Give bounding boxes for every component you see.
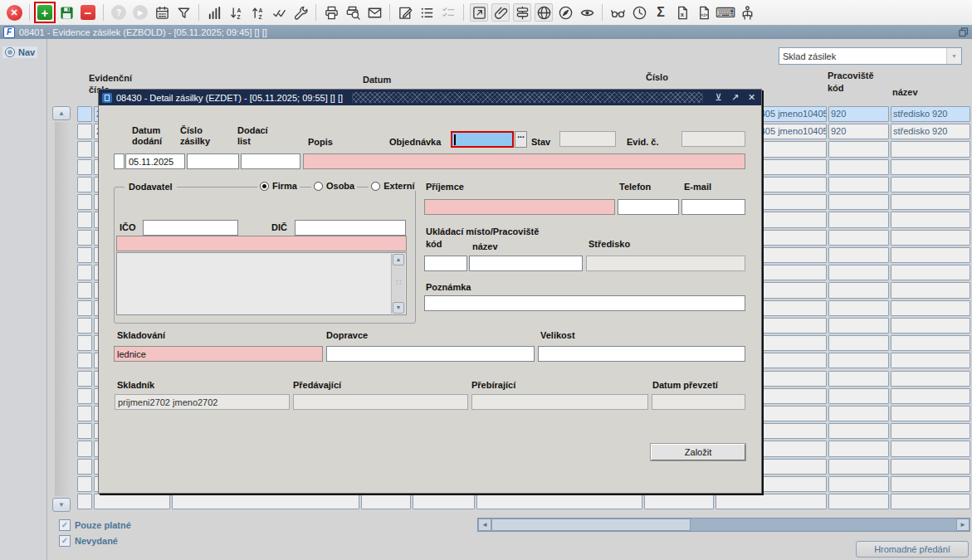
table-cell[interactable] [828,388,889,404]
velikost-input[interactable] [538,346,745,362]
table-cell[interactable] [891,406,970,421]
table-cell[interactable] [828,265,889,280]
row-select-cell[interactable] [77,494,92,509]
table-cell[interactable] [891,159,970,175]
stav-input[interactable] [559,131,616,147]
table-cell[interactable] [828,159,889,175]
table-cell[interactable] [891,194,970,210]
clock-icon[interactable] [630,3,648,22]
table-cell[interactable]: 920 [828,106,889,122]
datum-prevzeti-input[interactable] [652,394,745,410]
prebirajici-input[interactable] [471,394,648,410]
row-select-cell[interactable] [77,247,92,263]
submit-button[interactable]: Založit [651,444,745,460]
table-cell[interactable] [828,423,889,439]
row-select-cell[interactable] [77,124,92,139]
table-cell[interactable] [891,353,970,368]
table-cell[interactable] [828,406,889,421]
table-cell[interactable] [828,177,889,192]
table-cell[interactable] [891,247,970,263]
combo-dropdown-icon[interactable]: ▼ [946,48,961,64]
table-cell[interactable] [891,212,970,227]
attachment-icon[interactable] [491,3,510,22]
compass-icon[interactable] [556,3,574,22]
signpost-icon[interactable] [513,3,531,22]
table-cell[interactable] [891,423,970,439]
restore-window-icon[interactable] [959,27,969,37]
row-select-cell[interactable] [77,282,92,298]
row-select-cell[interactable] [77,194,92,210]
row-select-cell[interactable] [77,476,92,492]
skladovani-input[interactable] [114,346,323,362]
poznamka-input[interactable] [424,295,745,311]
textarea-scroll-up-icon[interactable]: ▲ [393,254,404,265]
table-cell[interactable] [891,441,970,456]
radio-option-osoba[interactable]: Osoba [311,181,357,191]
row-select-cell[interactable] [77,353,92,368]
textarea-scroll-down-icon[interactable]: ▼ [393,302,404,314]
row-select-cell[interactable] [77,335,92,351]
only-valid-checkbox[interactable]: ✓ Pouze platné [59,519,131,531]
skladnik-input[interactable] [115,394,290,410]
table-cell[interactable] [891,141,970,157]
sort-desc-icon[interactable]: AZ [227,3,245,22]
cislo-zasilky-input[interactable] [187,153,239,169]
table-cell[interactable]: středisko 920 [891,124,970,139]
table-cell[interactable] [828,300,889,316]
table-cell[interactable] [828,459,889,475]
objednavka-input[interactable] [451,131,514,148]
stop-icon[interactable]: ✕ [5,3,23,22]
table-cell[interactable] [476,494,642,509]
dic-input[interactable] [295,220,406,236]
warehouse-select[interactable]: Sklad zásilek ▼ [779,47,962,65]
save-icon[interactable] [57,3,76,22]
horizontal-scrollbar-thumb[interactable] [491,519,691,531]
unissued-checkbox[interactable]: ✓ Nevydané [59,535,118,547]
dialog-restore-button[interactable]: ↗ [729,91,741,104]
dodavatel-name-input[interactable] [116,236,407,251]
table-cell[interactable] [828,318,889,334]
chart-icon[interactable] [205,3,223,22]
table-cell[interactable] [828,141,889,157]
dopravce-input[interactable] [326,346,535,362]
check-all-icon[interactable] [270,3,288,22]
datum-dodani-input[interactable] [125,153,185,169]
table-cell[interactable] [891,282,970,298]
eye-icon[interactable] [578,3,596,22]
edit-icon[interactable] [396,3,414,22]
table-cell[interactable] [94,494,170,509]
email-input[interactable] [681,199,745,215]
row-select-cell[interactable] [77,177,92,192]
reader-icon[interactable] [738,3,756,22]
row-select-cell[interactable] [77,230,92,246]
dialog-minimize-button[interactable]: ⊻ [712,91,725,104]
predavajici-input[interactable] [293,394,468,410]
globe-icon[interactable] [535,3,553,22]
mail-icon[interactable] [365,3,383,22]
table-cell[interactable] [891,459,970,475]
table-cell[interactable] [361,494,411,509]
stredisko-input[interactable] [586,256,745,271]
keyboard-icon[interactable]: ⌨ [716,3,735,22]
row-select-cell[interactable] [77,371,92,387]
table-cell[interactable] [828,212,889,227]
objednavka-lookup-button[interactable]: ... [515,131,527,148]
dodavatel-address-textarea[interactable]: ▲ ∷ ▼ [116,252,407,315]
table-cell[interactable] [891,177,970,192]
table-cell[interactable] [891,388,970,404]
table-cell[interactable] [644,494,714,509]
filter-icon[interactable] [174,3,193,22]
row-select-cell[interactable] [77,159,92,175]
table-cell[interactable] [891,230,970,246]
print-preview-icon[interactable] [344,3,362,22]
table-row[interactable] [77,494,972,509]
row-select-cell[interactable] [77,300,92,316]
evid-c-input[interactable] [681,131,745,147]
row-select-cell[interactable] [77,318,92,334]
table-cell[interactable] [828,494,889,509]
sum-icon[interactable]: Σ [652,3,670,22]
row-select-cell[interactable] [77,212,92,227]
row-select-cell[interactable] [77,106,92,122]
sort-asc-icon[interactable]: AZ [248,3,266,22]
table-cell[interactable] [828,353,889,368]
